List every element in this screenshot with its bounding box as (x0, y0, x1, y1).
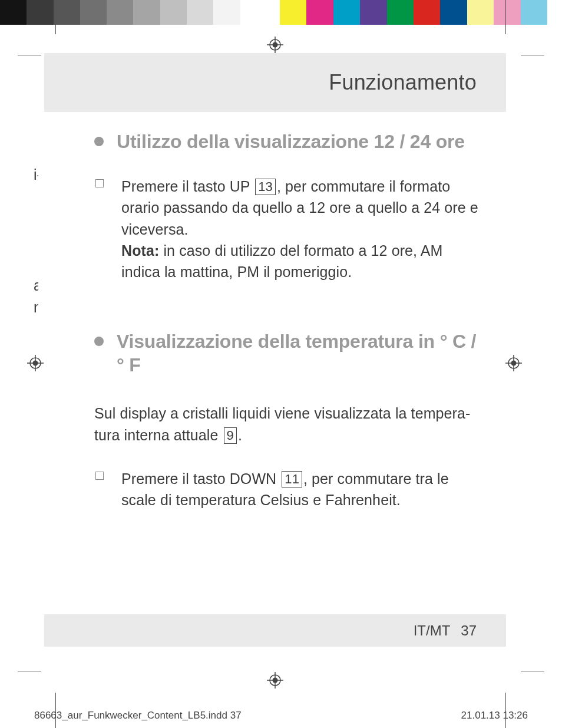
bullet-icon (94, 337, 104, 346)
color-calibration-bar (0, 0, 562, 25)
instruction-item: Premere il tasto DOWN 11, per commutare … (94, 468, 480, 511)
text-post: . (238, 427, 242, 443)
instruction-text: Premere il tasto DOWN 11, per commutare … (121, 468, 480, 511)
checkbox-icon (95, 472, 104, 480)
imprint-date: 21.01.13 13:26 (461, 710, 528, 722)
instruction-text: Premere il tasto UP 13, per commutare il… (121, 176, 480, 282)
footer-page-number: 37 (461, 622, 477, 639)
text-pre: Premere il tasto UP (121, 178, 254, 195)
note-text: in caso di utilizzo del formato a 12 ore… (121, 242, 443, 280)
imprint-file: 86663_aur_Funkwecker_Content_LB5.indd 37 (34, 710, 242, 722)
reference-number: 11 (282, 471, 302, 487)
crop-mark (521, 671, 544, 671)
registration-mark-icon (267, 37, 283, 53)
section-heading: Visualizzazione della temperatura in ° C… (117, 330, 480, 377)
page-header-band: Funzionamento (44, 53, 506, 112)
crop-mark (55, 0, 56, 34)
registration-mark-icon (27, 355, 44, 371)
text-pre: Premere il tasto DOWN (121, 470, 280, 487)
checkbox-icon (95, 179, 104, 187)
footer-language: IT/MT (414, 622, 451, 639)
instruction-item: Premere il tasto UP 13, per commutare il… (94, 176, 480, 282)
gray-swatches (0, 0, 267, 25)
section-heading: Utilizzo della visualizzazione 12 / 24 o… (117, 130, 465, 153)
note-label: Nota: (121, 242, 159, 259)
bleed-text: i- (34, 166, 38, 183)
crop-mark (18, 55, 41, 55)
color-swatches (280, 0, 547, 25)
text-pre: Sul display a cristalli liquidi viene vi… (94, 405, 470, 443)
paragraph: Sul display a cristalli liquidi viene vi… (94, 403, 480, 446)
page-content: Utilizzo della visualizzazione 12 / 24 o… (94, 130, 480, 510)
registration-mark-icon (505, 355, 522, 371)
section-heading-row: Utilizzo della visualizzazione 12 / 24 o… (94, 130, 480, 153)
bleed-text: n (34, 299, 38, 316)
page-header-title: Funzionamento (329, 70, 477, 95)
imprint-line: 86663_aur_Funkwecker_Content_LB5.indd 37… (34, 710, 528, 722)
bleed-text: a (34, 277, 38, 294)
section-heading-row: Visualizzazione della temperatura in ° C… (94, 330, 480, 377)
reference-number: 9 (224, 427, 237, 444)
crop-mark (18, 671, 41, 671)
bullet-icon (94, 137, 104, 146)
crop-mark (521, 55, 544, 55)
reference-number: 13 (255, 179, 276, 195)
registration-mark-icon (267, 672, 283, 689)
page-footer-band: IT/MT 37 (44, 614, 506, 647)
crop-mark (505, 0, 506, 34)
